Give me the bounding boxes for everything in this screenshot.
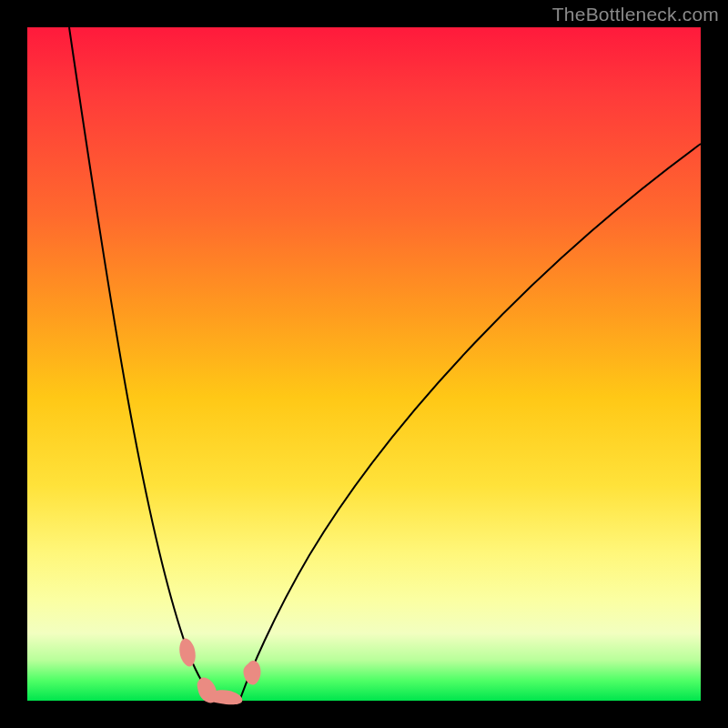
curve-overlay: [27, 27, 701, 701]
right-curve: [240, 144, 701, 699]
left-curve: [69, 27, 218, 699]
watermark-text: TheBottleneck.com: [552, 4, 719, 25]
marker-bottom-bridge: [209, 690, 243, 704]
marker-left-upper: [179, 639, 196, 667]
outer-black-frame: TheBottleneck.com: [0, 0, 728, 728]
